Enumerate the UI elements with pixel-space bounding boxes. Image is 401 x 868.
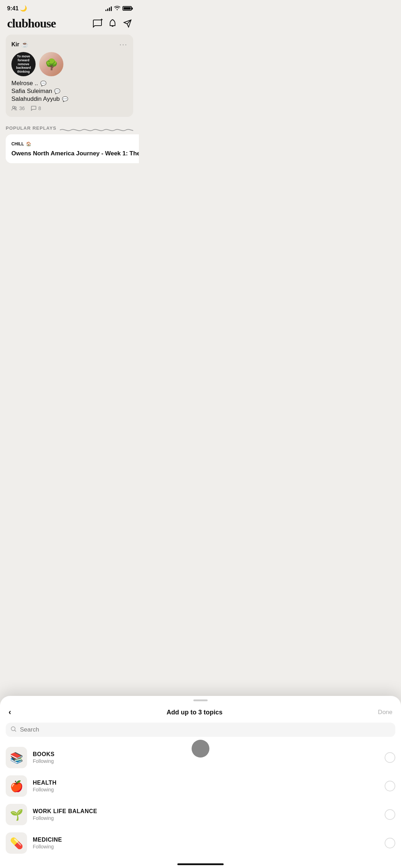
app-header: clubhouse ✦ xyxy=(0,14,139,35)
svg-point-1 xyxy=(15,107,16,109)
notification-button[interactable] xyxy=(108,19,117,28)
replay-title-1: Owens North America Journey - Week 1: Th… xyxy=(11,150,139,157)
replay-row: CHILL 🏠 ··· Owens North America Journey … xyxy=(0,134,139,163)
chat-count: 8 xyxy=(31,105,41,111)
speaker-2: Safia Suleiman 💬 xyxy=(11,88,127,95)
app-logo: clubhouse xyxy=(7,17,56,30)
wavy-decoration xyxy=(60,127,133,129)
room-speakers: Melrose .. 💬 Safia Suleiman 💬 Salahuddin… xyxy=(11,80,127,103)
chat-icon-2: 💬 xyxy=(54,88,60,94)
host-emoji: ☕ xyxy=(21,41,28,48)
chat-icon-3: 💬 xyxy=(62,96,68,102)
message-button[interactable]: ✦ xyxy=(93,19,102,28)
room-host: Kir ☕ xyxy=(11,41,28,48)
replay-card-1[interactable]: CHILL 🏠 ··· Owens North America Journey … xyxy=(6,134,139,163)
send-button[interactable] xyxy=(123,19,132,28)
room-avatars: To move forward remove backward thinking… xyxy=(11,52,127,76)
section-title: POPULAR REPLAYS xyxy=(6,125,56,131)
battery-icon xyxy=(123,6,132,11)
header-icons: ✦ xyxy=(93,19,132,28)
replay-tag-1: CHILL 🏠 xyxy=(11,141,31,146)
chat-icon-1: 💬 xyxy=(40,81,46,86)
avatar-1: To move forward remove backward thinking xyxy=(11,52,36,76)
status-bar: 9:41 🌙 xyxy=(0,0,139,14)
room-meta: 36 8 xyxy=(11,105,127,111)
replay-card-tag: CHILL 🏠 ··· xyxy=(11,140,139,148)
message-plus-badge: ✦ xyxy=(100,18,103,21)
avatar-2: 🌳 xyxy=(39,52,63,76)
room-card[interactable]: Kir ☕ ··· To move forward remove backwar… xyxy=(6,35,133,117)
status-icons xyxy=(105,5,132,11)
speaker-1: Melrose .. 💬 xyxy=(11,80,127,87)
signal-icon xyxy=(105,6,112,11)
listener-count: 36 xyxy=(11,105,25,111)
status-time: 9:41 🌙 xyxy=(7,5,27,12)
room-more-button[interactable]: ··· xyxy=(119,40,127,48)
speaker-3: Salahuddin Ayyub 💬 xyxy=(11,95,127,103)
room-card-header: Kir ☕ ··· xyxy=(11,40,127,48)
moon-icon: 🌙 xyxy=(20,5,27,11)
wifi-icon xyxy=(114,5,120,11)
section-header: POPULAR REPLAYS xyxy=(0,123,139,134)
